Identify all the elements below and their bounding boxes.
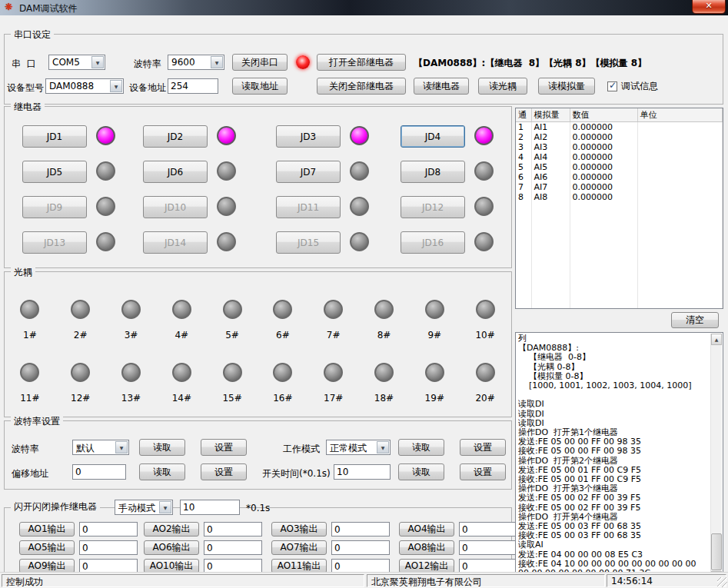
log-line: 读取AI	[518, 540, 709, 550]
ao3-output-button[interactable]: AO3输出	[271, 522, 327, 537]
baudrate-select[interactable]: 9600 ▼	[168, 55, 224, 70]
relay-button-jd7[interactable]: JD7	[276, 161, 341, 183]
ao2-output-button[interactable]: AO2输出	[144, 522, 199, 537]
analog-row[interactable]: 7AI70.000000	[516, 182, 723, 192]
chevron-down-icon[interactable]: ▼	[377, 441, 389, 453]
com-port-select[interactable]: COM5 ▼	[48, 55, 105, 70]
analog-row[interactable]: 4AI40.000000	[516, 152, 723, 162]
ao4-output-input[interactable]	[459, 522, 517, 537]
baud-set-button[interactable]: 设置	[201, 439, 247, 456]
opto-cell: 18#	[359, 363, 410, 404]
opto-light-18	[374, 363, 394, 382]
analog-table-body: 1AI10.0000002AI20.0000003AI30.0000004AI4…	[516, 121, 723, 308]
debug-info-checkbox[interactable]: 调试信息	[607, 80, 658, 93]
chevron-down-icon[interactable]: ▼	[110, 80, 122, 92]
analog-row[interactable]: 2AI20.000000	[516, 132, 723, 142]
analog-row[interactable]: 1AI10.000000	[516, 121, 723, 132]
device-address-input[interactable]	[168, 78, 218, 94]
switch-time-set-button[interactable]: 设置	[460, 463, 506, 480]
chevron-down-icon[interactable]: ▼	[91, 56, 104, 68]
opto-light-8	[374, 300, 394, 319]
relay-button-jd10[interactable]: JD10	[143, 196, 208, 218]
switch-time-label: 开关时间(*0.1s)	[262, 467, 331, 480]
resize-grip[interactable]	[717, 577, 727, 587]
baud-default-select[interactable]: 默认 ▼	[72, 440, 129, 455]
debug-log-panel[interactable]: 列【DAM0888】: 【继电器 0-8】 【光耦 0-8】 【模拟量 0-8】…	[515, 332, 723, 584]
ao5-output-input[interactable]	[79, 540, 138, 555]
relay-cell: JD1	[22, 125, 143, 148]
relay-button-jd8[interactable]: JD8	[401, 161, 465, 183]
ao8-output-input[interactable]	[459, 540, 517, 555]
ao4-output-button[interactable]: AO4输出	[399, 522, 454, 537]
close-icon: ✕	[705, 1, 712, 11]
relay-button-jd12[interactable]: JD12	[401, 196, 465, 218]
analog-row[interactable]: 8AI80.000000	[516, 192, 723, 202]
baud-settings-group: 波特率设置 波特率 默认 ▼ 读取 设置 工作模式 正常模式 ▼ 读取 设置 偏…	[4, 420, 512, 490]
relay-button-jd11[interactable]: JD11	[276, 196, 341, 218]
relay-button-jd15[interactable]: JD15	[276, 231, 341, 254]
relay-button-jd5[interactable]: JD5	[22, 161, 87, 183]
analog-row[interactable]: 3AI30.000000	[516, 142, 723, 152]
opto-cell: 4#	[156, 300, 207, 341]
relay-light-jd16	[474, 232, 494, 251]
ao6-output-button[interactable]: AO6输出	[144, 540, 199, 555]
relay-light-jd4	[474, 126, 494, 145]
relay-button-jd14[interactable]: JD14	[143, 231, 208, 254]
ao2-output-input[interactable]	[204, 522, 262, 537]
work-mode-read-button[interactable]: 读取	[398, 439, 444, 456]
read-relay-button[interactable]: 读继电器	[414, 78, 469, 95]
relay-button-jd3[interactable]: JD3	[276, 125, 341, 148]
opto-cell: 6#	[258, 300, 308, 341]
read-analog-button[interactable]: 读模拟量	[538, 78, 595, 95]
chevron-down-icon[interactable]: ▼	[115, 441, 128, 453]
switch-time-input[interactable]	[334, 464, 391, 480]
read-opto-button[interactable]: 读光耦	[478, 78, 527, 95]
device-model-select[interactable]: DAM0888 ▼	[45, 78, 124, 94]
work-mode-select[interactable]: 正常模式 ▼	[326, 440, 391, 455]
read-address-button[interactable]: 读取地址	[232, 78, 288, 95]
opto-label: 14#	[172, 393, 191, 404]
ao-cell: AO3输出	[271, 522, 399, 537]
ao5-output-button[interactable]: AO5输出	[19, 540, 75, 555]
scroll-up-icon[interactable]: ▲	[711, 334, 722, 345]
ao1-output-input[interactable]	[79, 522, 138, 537]
relay-button-jd6[interactable]: JD6	[143, 161, 208, 183]
ao7-output-button[interactable]: AO7输出	[271, 540, 327, 555]
checkbox-check-icon	[607, 81, 617, 91]
relay-light-jd6	[217, 161, 236, 181]
titlebar[interactable]: ❋ DAM调试软件 ✕	[0, 0, 728, 15]
analog-row[interactable]: 6AI60.000000	[516, 172, 723, 182]
analog-row[interactable]: 5AI50.000000	[516, 162, 723, 172]
close-serial-button[interactable]: 关闭串口	[232, 54, 288, 71]
work-mode-set-button[interactable]: 设置	[460, 439, 506, 456]
ao6-output-input[interactable]	[204, 540, 262, 555]
ao8-output-button[interactable]: AO8输出	[399, 540, 454, 555]
offset-address-input[interactable]	[72, 464, 126, 480]
ao1-output-button[interactable]: AO1输出	[19, 522, 75, 537]
relay-button-jd2[interactable]: JD2	[143, 125, 208, 148]
relay-button-jd13[interactable]: JD13	[22, 231, 87, 254]
relay-button-jd4[interactable]: JD4	[401, 125, 465, 148]
relay-button-jd16[interactable]: JD16	[401, 231, 465, 254]
ao3-output-input[interactable]	[331, 522, 390, 537]
opto-label: 4#	[175, 330, 188, 341]
close-button[interactable]: ✕	[692, 0, 726, 14]
offset-read-button[interactable]: 读取	[139, 463, 185, 480]
opto-label: 19#	[425, 393, 444, 404]
log-scrollbar[interactable]: ▲ ▼	[710, 334, 722, 583]
clear-button[interactable]: 清空	[671, 312, 719, 328]
ao7-output-input[interactable]	[331, 540, 390, 555]
chevron-down-icon[interactable]: ▼	[211, 56, 223, 68]
open-all-relays-button[interactable]: 打开全部继电器	[317, 54, 406, 71]
offset-set-button[interactable]: 设置	[201, 463, 247, 480]
opto-light-19	[425, 363, 444, 382]
serial-group-title: 串口设定	[11, 28, 54, 42]
relay-button-jd1[interactable]: JD1	[22, 125, 87, 148]
close-all-relays-button[interactable]: 关闭全部继电器	[317, 78, 406, 95]
baud-read-button[interactable]: 读取	[139, 439, 185, 456]
switch-time-read-button[interactable]: 读取	[398, 463, 444, 480]
relay-button-jd9[interactable]: JD9	[22, 196, 87, 218]
relay-light-jd7	[350, 161, 369, 181]
scroll-thumb[interactable]	[711, 533, 722, 570]
log-line: 操作DO 打开第2个继电器	[518, 457, 709, 466]
